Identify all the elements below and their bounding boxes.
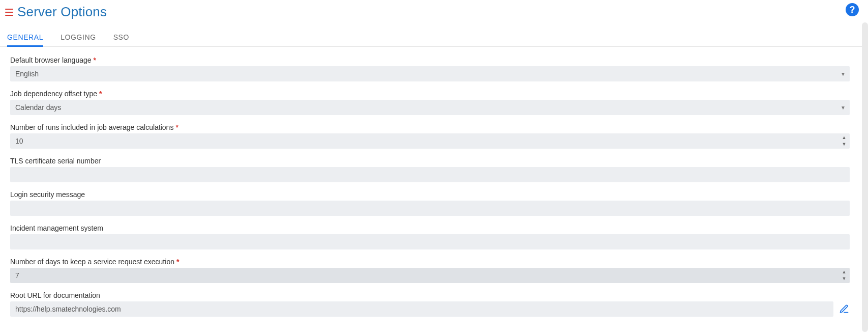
label-tls-serial: TLS certificate serial number xyxy=(10,157,101,165)
default-language-select[interactable] xyxy=(10,66,850,81)
page-title: Server Options xyxy=(17,4,107,20)
days-service-exec-input[interactable] xyxy=(10,268,850,283)
edit-icon[interactable] xyxy=(839,303,850,315)
label-login-msg: Login security message xyxy=(10,190,85,199)
tls-serial-input[interactable] xyxy=(10,167,850,182)
tab-general[interactable]: GENERAL xyxy=(7,30,43,46)
tab-sso[interactable]: SSO xyxy=(113,30,129,46)
stepper-down-icon[interactable]: ▼ xyxy=(840,275,849,282)
stepper-down-icon[interactable]: ▼ xyxy=(840,141,849,148)
num-runs-input[interactable] xyxy=(10,133,850,149)
help-icon[interactable]: ? xyxy=(846,3,859,16)
label-default-language: Default browser language xyxy=(10,56,92,64)
label-days-service-exec: Number of days to keep a service request… xyxy=(10,258,174,266)
incident-mgmt-input[interactable] xyxy=(10,234,850,249)
required-indicator: * xyxy=(175,123,178,131)
login-msg-input[interactable] xyxy=(10,201,850,216)
scrollbar-vertical[interactable] xyxy=(862,22,868,332)
label-incident-mgmt: Incident management system xyxy=(10,224,103,232)
stepper-up-icon[interactable]: ▲ xyxy=(840,134,849,141)
label-num-runs: Number of runs included in job average c… xyxy=(10,123,173,131)
required-indicator: * xyxy=(94,56,96,64)
stepper-up-icon[interactable]: ▲ xyxy=(840,269,849,275)
label-root-doc-url: Root URL for documentation xyxy=(10,291,100,299)
label-job-dep-offset: Job dependency offset type xyxy=(10,90,97,98)
tab-bar: GENERAL LOGGING SSO xyxy=(0,25,868,47)
required-indicator: * xyxy=(99,90,102,98)
tab-logging[interactable]: LOGGING xyxy=(61,30,96,46)
root-doc-url-input[interactable] xyxy=(10,301,833,317)
menu-icon[interactable] xyxy=(5,9,13,16)
job-dep-offset-select[interactable] xyxy=(10,100,850,115)
required-indicator: * xyxy=(176,258,179,266)
